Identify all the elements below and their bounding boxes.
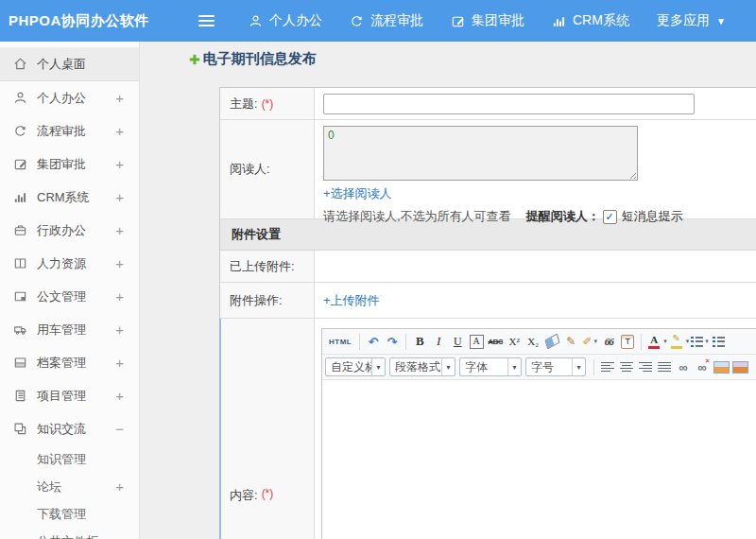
font-box-icon[interactable]: A <box>468 332 485 351</box>
expand-plus-icon[interactable]: + <box>115 156 124 172</box>
link-icon[interactable]: ∞ <box>675 357 692 376</box>
archive-icon <box>13 356 29 370</box>
custom-heading-select[interactable]: 自定义标题▼ <box>325 357 386 376</box>
sidebar-item-knowledge-exchange[interactable]: 知识交流− <box>0 412 139 445</box>
align-right-icon[interactable] <box>637 357 654 376</box>
sms-remind-checkbox[interactable]: ✓ <box>603 210 617 224</box>
sidebar-item-group-approval[interactable]: 集团审批+ <box>0 148 139 181</box>
app-window: PHPOA协同办公软件 个人办公流程审批集团审批CRM系统更多应用▼ 个人桌面个… <box>0 0 756 539</box>
image-icon[interactable] <box>713 357 730 376</box>
justify-icon[interactable] <box>656 357 673 376</box>
readers-label-text: 阅读人: <box>230 161 270 178</box>
bold-icon[interactable]: B <box>411 332 428 351</box>
ordered-list-icon[interactable]: ▾ <box>691 332 709 351</box>
sidebar-item-workflow-approval-label: 流程审批 <box>37 123 115 140</box>
underline-icon[interactable]: U <box>449 332 466 351</box>
font-family-select[interactable]: 字体▼ <box>459 357 522 376</box>
sidebar-item-desktop[interactable]: 个人桌面 <box>0 47 139 81</box>
sidebar-subitem-knowledge-mgmt-label: 知识管理 <box>37 451 124 468</box>
undo-icon[interactable]: ↶ <box>365 332 382 351</box>
sidebar-item-admin-office[interactable]: 行政办公+ <box>0 214 139 247</box>
collapse-minus-icon[interactable]: − <box>115 421 124 437</box>
expand-plus-icon[interactable]: + <box>115 322 124 338</box>
unlink-icon[interactable]: ∞✕ <box>694 357 711 376</box>
nav-more-apps[interactable]: 更多应用▼ <box>657 12 726 29</box>
media-icon[interactable] <box>731 357 748 376</box>
paragraph-format-select[interactable]: 段落格式▼ <box>389 357 455 376</box>
sidebar-item-admin-office-label: 行政办公 <box>37 222 115 239</box>
sidebar-item-vehicle-mgmt[interactable]: 用车管理+ <box>0 313 139 346</box>
required-mark: (*) <box>262 97 274 111</box>
edit-icon <box>451 14 465 28</box>
sidebar-subitem-public-file-cabinet-label: 公共文件柜 <box>37 533 124 539</box>
subject-input[interactable] <box>323 94 695 114</box>
header-nav: 个人办公流程审批集团审批CRM系统更多应用▼ <box>249 12 753 29</box>
nav-more-apps-label: 更多应用 <box>657 12 710 29</box>
html-source-button[interactable]: HTML <box>326 332 354 351</box>
superscript-icon[interactable]: X² <box>506 332 523 351</box>
sidebar-item-archive-mgmt[interactable]: 档案管理+ <box>0 346 139 379</box>
toolbar-separator <box>641 334 642 350</box>
subscript-icon[interactable]: X₂ <box>524 332 541 351</box>
sidebar-subitem-download-mgmt[interactable]: 下载管理 <box>0 500 139 528</box>
required-mark: (*) <box>262 487 274 500</box>
expand-plus-icon[interactable]: + <box>115 478 124 495</box>
sidebar-item-crm-system[interactable]: CRM系统+ <box>0 181 139 214</box>
sidebar-subitem-public-file-cabinet[interactable]: 公共文件柜 <box>0 528 139 539</box>
strikethrough-icon[interactable]: ABC <box>487 332 504 351</box>
nav-crm-system[interactable]: CRM系统 <box>552 12 629 29</box>
toolbar-separator <box>593 359 594 375</box>
nav-workflow-approval[interactable]: 流程审批 <box>350 12 423 29</box>
eraser-icon[interactable] <box>543 332 560 351</box>
sidebar-item-project-mgmt-label: 项目管理 <box>37 388 115 405</box>
sidebar-subitem-forum-label: 论坛 <box>37 478 115 496</box>
sidebar-subitem-forum[interactable]: 论坛+ <box>0 473 139 500</box>
hamburger-icon <box>198 20 215 22</box>
nav-group-approval[interactable]: 集团审批 <box>451 12 524 29</box>
paste-text-icon[interactable]: T <box>619 332 636 351</box>
highlight-color-icon[interactable]: ✎▾ <box>669 332 690 351</box>
briefcase-icon <box>13 223 29 237</box>
sidebar-subitem-knowledge-mgmt[interactable]: 知识管理 <box>0 445 139 473</box>
sidebar-item-group-approval-label: 集团审批 <box>37 156 115 173</box>
expand-plus-icon[interactable]: + <box>115 189 124 205</box>
font-color-icon[interactable]: A▾ <box>646 332 667 351</box>
expand-plus-icon[interactable]: + <box>115 222 124 238</box>
expand-plus-icon[interactable]: + <box>115 355 124 371</box>
subject-label: 主题: (*) <box>220 88 315 119</box>
select-readers-link[interactable]: +选择阅读人 <box>323 185 392 202</box>
expand-plus-icon[interactable]: + <box>115 123 124 139</box>
quick-format-icon[interactable]: ✐▾ <box>581 332 598 351</box>
page-title-text: 电子期刊信息发布 <box>203 50 317 68</box>
font-family-select-label: 字体 <box>460 359 507 375</box>
unordered-list-icon[interactable] <box>711 332 728 351</box>
journal-publish-form: 主题: (*) 阅读人: 0 +选择阅读人 <box>219 87 756 539</box>
sidebar-item-workflow-approval[interactable]: 流程审批+ <box>0 114 139 148</box>
italic-icon[interactable]: I <box>430 332 447 351</box>
expand-plus-icon[interactable]: + <box>115 255 124 271</box>
hamburger-menu-button[interactable] <box>194 9 218 33</box>
expand-plus-icon[interactable]: + <box>115 90 124 106</box>
upload-attachment-link[interactable]: +上传附件 <box>323 292 380 309</box>
align-center-icon[interactable] <box>618 357 635 376</box>
sidebar-item-hr[interactable]: 人力资源+ <box>0 247 139 280</box>
font-size-select[interactable]: 字号▼ <box>525 357 586 376</box>
caret-down-icon: ▾ <box>593 338 597 345</box>
align-left-icon[interactable] <box>599 357 616 376</box>
sidebar-item-document-mgmt[interactable]: 公文管理+ <box>0 280 139 313</box>
blockquote-icon[interactable]: 66 <box>600 332 617 351</box>
redo-icon[interactable]: ↷ <box>384 332 401 351</box>
sidebar-item-project-mgmt[interactable]: 项目管理+ <box>0 379 139 412</box>
caret-down-icon: ▾ <box>663 338 667 345</box>
toolbar-separator <box>359 334 360 350</box>
expand-plus-icon[interactable]: + <box>115 288 124 304</box>
format-brush-icon[interactable]: ✎ <box>562 332 579 351</box>
sidebar-item-hr-label: 人力资源 <box>37 255 115 272</box>
expand-plus-icon[interactable]: + <box>115 388 124 404</box>
paragraph-format-select-label: 段落格式 <box>390 359 441 375</box>
readers-textarea[interactable]: 0 <box>323 126 638 181</box>
top-header: PHPOA协同办公软件 个人办公流程审批集团审批CRM系统更多应用▼ <box>0 0 756 42</box>
sidebar-item-personal-office[interactable]: 个人办公+ <box>0 81 139 114</box>
editor-content-area[interactable] <box>322 380 756 539</box>
nav-personal-office[interactable]: 个人办公 <box>249 12 322 29</box>
